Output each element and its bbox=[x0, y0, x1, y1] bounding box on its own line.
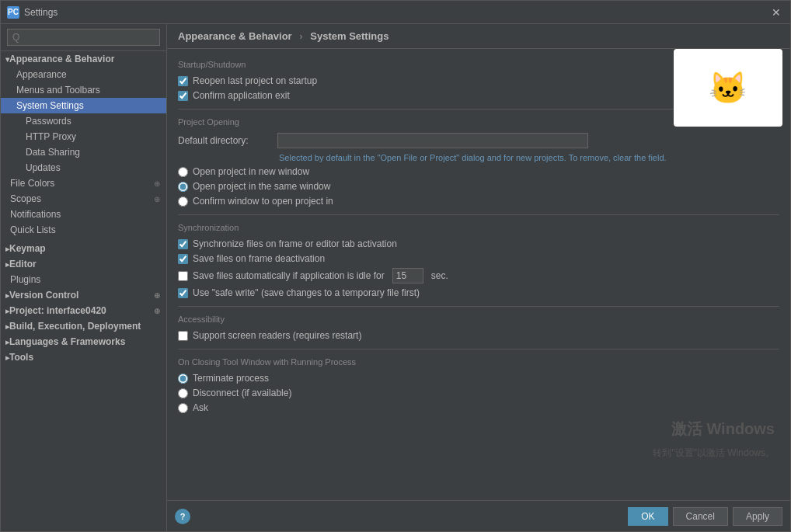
sidebar-item-system-settings[interactable]: System Settings bbox=[1, 98, 166, 113]
bottom-bar: ? OK Cancel Apply bbox=[167, 500, 790, 531]
confirm-exit-checkbox[interactable] bbox=[178, 91, 188, 101]
disconnect-row: Disconnect (if available) bbox=[178, 388, 779, 398]
app-icon: PC bbox=[7, 6, 19, 19]
sidebar-item-keymap[interactable]: Keymap bbox=[1, 241, 166, 256]
sync-files-frame-row: Synchronize files on frame or editor tab… bbox=[178, 238, 779, 249]
closing-section-title: On Closing Tool Window with Running Proc… bbox=[178, 357, 779, 367]
accessibility-title: Accessibility bbox=[178, 315, 779, 324]
screen-readers-row: Support screen readers (requires restart… bbox=[178, 330, 779, 341]
breadcrumb-part1: Appearance & Behavior bbox=[178, 30, 292, 42]
open-same-window-row: Open project in the same window bbox=[178, 181, 779, 192]
help-button[interactable]: ? bbox=[175, 509, 190, 524]
save-files-frame-row: Save files on frame deactivation bbox=[178, 253, 779, 264]
confirm-window-label: Confirm window to open project in bbox=[193, 196, 333, 207]
project-opening-section: Project Opening Default directory: Selec… bbox=[178, 117, 779, 207]
ask-radio[interactable] bbox=[178, 403, 188, 413]
main-layout: Appearance & Behavior Appearance Menus a… bbox=[1, 24, 790, 531]
disconnect-radio[interactable] bbox=[178, 388, 188, 398]
terminate-process-radio[interactable] bbox=[178, 374, 188, 384]
open-new-window-radio[interactable] bbox=[178, 167, 188, 177]
default-directory-input[interactable] bbox=[277, 133, 588, 148]
settings-window: PC Settings ✕ Appearance & Behavior Appe… bbox=[0, 0, 791, 532]
confirm-window-radio[interactable] bbox=[178, 196, 188, 207]
sidebar-item-languages[interactable]: Languages & Frameworks bbox=[1, 334, 166, 349]
sidebar-item-passwords[interactable]: Passwords bbox=[1, 113, 166, 129]
sidebar-item-version-control[interactable]: Version Control ⊕ bbox=[1, 287, 166, 303]
bottom-right: OK Cancel Apply bbox=[628, 507, 782, 526]
confirm-exit-label: Confirm application exit bbox=[193, 90, 290, 101]
sidebar-item-quick-lists[interactable]: Quick Lists bbox=[1, 222, 166, 238]
pikachu-decoration: 🐱 bbox=[674, 49, 782, 127]
sidebar-item-updates[interactable]: Updates bbox=[1, 160, 166, 176]
accessibility-section: Accessibility Support screen readers (re… bbox=[178, 315, 779, 341]
default-directory-row: Default directory: bbox=[178, 133, 779, 148]
safe-write-checkbox[interactable] bbox=[178, 288, 188, 298]
search-input[interactable] bbox=[7, 29, 160, 46]
sync-files-frame-checkbox[interactable] bbox=[178, 239, 188, 249]
divider-4 bbox=[178, 349, 779, 349]
sidebar-item-scopes[interactable]: Scopes ⊕ bbox=[1, 191, 166, 207]
breadcrumb: Appearance & Behavior › System Settings bbox=[167, 24, 790, 49]
sidebar-item-plugins[interactable]: Plugins bbox=[1, 272, 166, 287]
divider-3 bbox=[178, 306, 779, 307]
default-directory-label: Default directory: bbox=[178, 135, 271, 146]
cancel-button[interactable]: Cancel bbox=[673, 507, 728, 526]
sidebar-item-appearance[interactable]: Appearance bbox=[1, 67, 166, 82]
screen-readers-label: Support screen readers (requires restart… bbox=[193, 330, 361, 341]
ask-row: Ask bbox=[178, 402, 779, 413]
sidebar-item-menus-toolbars[interactable]: Menus and Toolbars bbox=[1, 82, 166, 98]
sync-files-frame-label: Synchronize files on frame or editor tab… bbox=[193, 238, 397, 249]
save-files-frame-label: Save files on frame deactivation bbox=[193, 253, 325, 264]
reopen-last-project-checkbox[interactable] bbox=[178, 76, 188, 86]
sync-section-title: Synchronization bbox=[178, 223, 779, 232]
disconnect-label: Disconnect (if available) bbox=[193, 388, 291, 398]
bottom-left: ? bbox=[175, 509, 190, 524]
close-button[interactable]: ✕ bbox=[768, 5, 784, 20]
default-directory-hint: Selected by default in the "Open File or… bbox=[279, 153, 779, 162]
save-files-idle-row: Save files automatically if application … bbox=[178, 268, 779, 283]
vc-add-icon: ⊕ bbox=[154, 291, 160, 300]
scopes-add-icon: ⊕ bbox=[154, 195, 160, 203]
window-title: Settings bbox=[24, 7, 57, 18]
breadcrumb-separator: › bbox=[299, 30, 302, 42]
sidebar-item-build[interactable]: Build, Execution, Deployment bbox=[1, 318, 166, 334]
main-panel: Appearance & Behavior › System Settings … bbox=[167, 24, 790, 531]
safe-write-label: Use "safe write" (save changes to a temp… bbox=[193, 287, 420, 298]
reopen-last-project-label: Reopen last project on startup bbox=[193, 75, 317, 86]
search-box bbox=[1, 24, 166, 51]
ok-button[interactable]: OK bbox=[628, 507, 667, 526]
idle-unit-label: sec. bbox=[431, 270, 448, 281]
sync-section: Synchronization Synchronize files on fra… bbox=[178, 223, 779, 298]
sidebar-item-notifications[interactable]: Notifications bbox=[1, 207, 166, 222]
closing-section: On Closing Tool Window with Running Proc… bbox=[178, 357, 779, 413]
save-files-idle-checkbox[interactable] bbox=[178, 271, 188, 281]
sidebar-item-appearance-behavior[interactable]: Appearance & Behavior bbox=[1, 51, 166, 67]
apply-button[interactable]: Apply bbox=[733, 507, 782, 526]
sidebar-item-editor[interactable]: Editor bbox=[1, 256, 166, 272]
idle-value-input[interactable] bbox=[392, 268, 423, 283]
ask-label: Ask bbox=[193, 402, 208, 413]
save-files-idle-label: Save files automatically if application … bbox=[193, 270, 385, 281]
breadcrumb-part2: System Settings bbox=[310, 30, 389, 42]
open-new-window-row: Open project in new window bbox=[178, 166, 779, 177]
save-files-frame-checkbox[interactable] bbox=[178, 254, 188, 264]
project-add-icon: ⊕ bbox=[154, 307, 160, 315]
sidebar-item-tools[interactable]: Tools bbox=[1, 349, 166, 365]
open-same-window-radio[interactable] bbox=[178, 182, 188, 192]
file-colors-add-icon: ⊕ bbox=[154, 179, 160, 188]
title-bar: PC Settings ✕ bbox=[1, 1, 790, 24]
screen-readers-checkbox[interactable] bbox=[178, 331, 188, 341]
open-new-window-label: Open project in new window bbox=[193, 166, 309, 177]
terminate-process-row: Terminate process bbox=[178, 373, 779, 384]
watermark: 激活 Windows 转到"设置"以激活 Windows。 bbox=[653, 418, 775, 461]
safe-write-row: Use "safe write" (save changes to a temp… bbox=[178, 287, 779, 298]
sidebar-item-data-sharing[interactable]: Data Sharing bbox=[1, 144, 166, 160]
sidebar-item-file-colors[interactable]: File Colors ⊕ bbox=[1, 176, 166, 191]
open-same-window-label: Open project in the same window bbox=[193, 181, 330, 192]
sidebar-item-project[interactable]: Project: interface0420 ⊕ bbox=[1, 303, 166, 318]
divider-2 bbox=[178, 214, 779, 215]
main-content: 🐱 Startup/Shutdown Reopen last project o… bbox=[167, 49, 790, 500]
confirm-window-row: Confirm window to open project in bbox=[178, 196, 779, 207]
terminate-process-label: Terminate process bbox=[193, 373, 269, 384]
sidebar-item-http-proxy[interactable]: HTTP Proxy bbox=[1, 129, 166, 144]
